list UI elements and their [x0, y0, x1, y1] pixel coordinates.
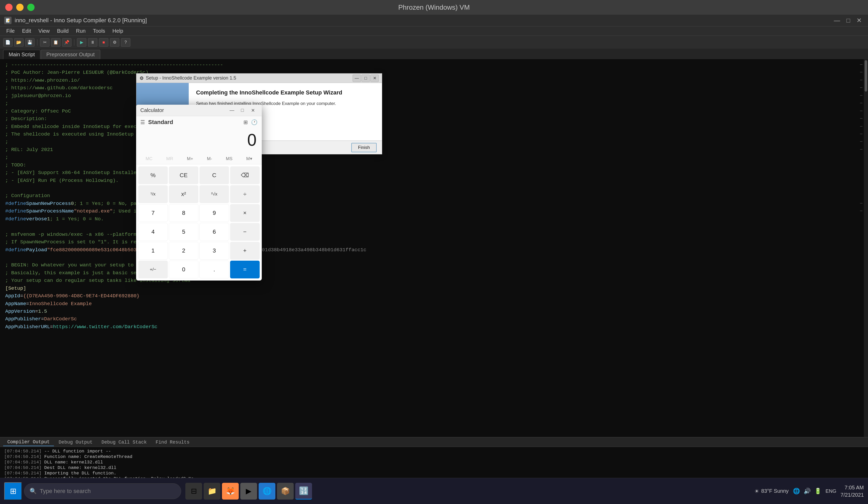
taskbar-app-terminal[interactable]: ▶ — [240, 483, 257, 500]
calc-minus-button[interactable]: − — [230, 223, 260, 241]
calc-ce-button[interactable]: CE — [169, 166, 198, 184]
app-minimize-button[interactable]: — — [832, 17, 843, 24]
editor-scrollbar[interactable] — [864, 59, 868, 437]
calc-5-button[interactable]: 5 — [169, 223, 198, 241]
editor-line: #define Payload "fce8820000006089e531c06… — [0, 246, 868, 254]
mac-maximize-button[interactable] — [27, 4, 34, 11]
calc-hamburger-icon[interactable]: ☰ — [140, 119, 145, 125]
menu-tools[interactable]: Tools — [90, 27, 108, 35]
calc-mr-button[interactable]: MR — [164, 155, 175, 162]
menu-help[interactable]: Help — [110, 27, 126, 35]
calc-sqrt-button[interactable]: ²√x — [199, 185, 229, 203]
calc-3-button[interactable]: 3 — [199, 242, 229, 260]
calc-2-button[interactable]: 2 — [169, 242, 198, 260]
calc-mplus-button[interactable]: M+ — [185, 155, 195, 162]
calc-mode-title: Standard — [148, 119, 240, 126]
editor-line: [Setup] — [0, 285, 868, 292]
toolbar-paste[interactable]: 📌 — [62, 38, 71, 46]
setup-maximize[interactable]: □ — [361, 75, 370, 82]
bottom-tab-find[interactable]: Find Results — [151, 439, 194, 446]
mac-minimize-button[interactable] — [16, 4, 23, 11]
taskbar-weather-text: 83°F Sunny — [761, 488, 789, 494]
toolbar-cut[interactable]: ✂ — [40, 38, 50, 46]
taskbar-app-taskview[interactable]: ⊟ — [185, 483, 202, 500]
app-close-button[interactable]: ✕ — [854, 17, 864, 24]
calc-multiply-button[interactable]: × — [230, 204, 260, 222]
calc-0-button[interactable]: 0 — [169, 261, 198, 279]
calc-ms-button[interactable]: MS — [224, 155, 235, 162]
calc-window-controls: — □ ✕ — [227, 107, 258, 114]
calc-4-button[interactable]: 4 — [138, 223, 168, 241]
taskbar-network-icon[interactable]: 🌐 — [793, 488, 800, 495]
toolbar-new[interactable]: 📄 — [3, 38, 12, 46]
taskbar-app-firefox[interactable]: 🦊 — [222, 483, 239, 500]
editor-line — [0, 223, 868, 231]
taskbar-app-calculator[interactable]: 🔢 — [295, 483, 312, 500]
taskbar-battery-icon[interactable]: 🔋 — [814, 488, 822, 495]
setup-close[interactable]: ✕ — [370, 75, 379, 82]
calc-equals-button[interactable]: = — [230, 261, 260, 279]
bottom-line: [07:04:50.214] DLL name: kernel32.dll — [4, 460, 864, 465]
toolbar-copy[interactable]: 📋 — [51, 38, 61, 46]
calc-9-button[interactable]: 9 — [199, 204, 229, 222]
taskbar-clock[interactable]: 7:05 AM 7/21/2021 — [840, 484, 864, 498]
calc-1-button[interactable]: 1 — [138, 242, 168, 260]
calc-decimal-button[interactable]: . — [199, 261, 229, 279]
toolbar-stop[interactable]: ■ — [99, 38, 108, 46]
tab-main-script[interactable]: Main Script — [3, 50, 40, 59]
calc-reciprocal-button[interactable]: ¹/x — [138, 185, 168, 203]
taskbar-app-explorer[interactable]: 📁 — [204, 483, 220, 500]
editor-scroll-thumb[interactable] — [865, 60, 867, 92]
app-restore-button[interactable]: □ — [845, 17, 852, 24]
taskbar-weather[interactable]: ☀ 83°F Sunny — [754, 488, 789, 494]
calc-negate-button[interactable]: +/− — [138, 261, 168, 279]
calc-maximize[interactable]: □ — [238, 107, 247, 114]
bottom-tab-call-stack[interactable]: Debug Call Stack — [97, 439, 151, 446]
taskbar-app-browser2[interactable]: 🌐 — [259, 483, 275, 500]
taskbar-start-button[interactable]: ⊞ — [4, 482, 22, 500]
taskbar-search-box[interactable]: 🔍 Type here to search — [24, 483, 181, 499]
calc-plus-button[interactable]: + — [230, 242, 260, 260]
bottom-tab-compiler[interactable]: Compiler Output — [3, 438, 54, 446]
toolbar-open[interactable]: 📂 — [14, 38, 23, 46]
calc-percent-button[interactable]: % — [138, 166, 168, 184]
editor-content[interactable]: ; --------------------------------------… — [0, 59, 868, 437]
taskbar-search-placeholder: Type here to search — [40, 488, 91, 495]
calc-c-button[interactable]: C — [199, 166, 229, 184]
bottom-tabs: Compiler Output Debug Output Debug Call … — [0, 438, 868, 447]
toolbar-pause[interactable]: ⏸ — [88, 38, 97, 46]
calc-close[interactable]: ✕ — [248, 107, 258, 114]
calc-mminus-button[interactable]: M- — [205, 155, 214, 162]
taskbar-right: ☀ 83°F Sunny 🌐 🔊 🔋 ENG 7:05 AM 7/21/2021 — [754, 484, 864, 498]
menu-file[interactable]: File — [3, 27, 18, 35]
editor-line: ; Configuration — [0, 192, 868, 200]
setup-minimize[interactable]: — — [353, 75, 361, 82]
calc-square-button[interactable]: x² — [169, 185, 198, 203]
menu-view[interactable]: View — [35, 27, 53, 35]
calc-mdown-button[interactable]: M▾ — [244, 155, 255, 162]
calc-header: ☰ Standard ⊞ 🕐 — [136, 116, 262, 128]
toolbar-run[interactable]: ▶ — [77, 38, 86, 46]
calc-divide-button[interactable]: ÷ — [230, 185, 260, 203]
toolbar-help[interactable]: ? — [121, 38, 130, 46]
calc-8-button[interactable]: 8 — [169, 204, 198, 222]
menu-run[interactable]: Run — [73, 27, 89, 35]
setup-finish-button[interactable]: Finish — [351, 143, 377, 152]
taskbar-volume-icon[interactable]: 🔊 — [804, 488, 811, 495]
menu-edit[interactable]: Edit — [19, 27, 34, 35]
calc-7-button[interactable]: 7 — [138, 204, 168, 222]
calc-minimize[interactable]: — — [227, 107, 237, 114]
calc-history-icon[interactable]: 🕐 — [251, 119, 258, 125]
calc-backspace-button[interactable]: ⌫ — [230, 166, 260, 184]
bottom-tab-debug[interactable]: Debug Output — [54, 439, 97, 446]
calc-grid-icon[interactable]: ⊞ — [244, 119, 248, 125]
menu-build[interactable]: Build — [54, 27, 72, 35]
tab-preprocessor-output[interactable]: Preprocessor Output — [41, 50, 100, 59]
calc-mc-button[interactable]: MC — [143, 155, 154, 162]
toolbar-compile[interactable]: ⚙ — [110, 38, 120, 46]
taskbar-app-misc[interactable]: 📦 — [277, 483, 294, 500]
taskbar: ⊞ 🔍 Type here to search ⊟ 📁 🦊 ▶ 🌐 📦 🔢 ☀ … — [0, 478, 868, 504]
toolbar-save[interactable]: 💾 — [25, 38, 34, 46]
mac-close-button[interactable] — [5, 4, 12, 11]
calc-6-button[interactable]: 6 — [199, 223, 229, 241]
